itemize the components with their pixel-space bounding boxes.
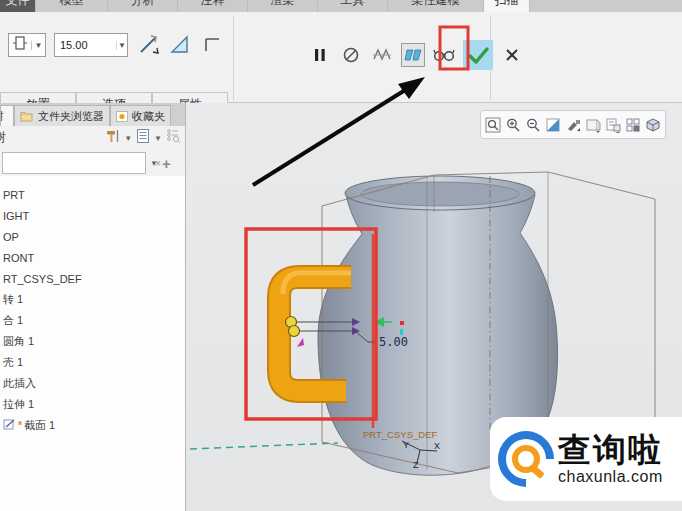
- view-manager-icon[interactable]: [604, 114, 622, 136]
- menu-tab-render[interactable]: 渲染: [248, 0, 318, 12]
- accept-check-button[interactable]: [463, 40, 493, 70]
- dashboard-options-group: ▼ ▼: [8, 33, 224, 57]
- tree-item-round[interactable]: 圆角 1: [0, 331, 185, 352]
- menu-tab-tools[interactable]: 工具: [318, 0, 388, 12]
- navigator-panel: 树 文件夹浏览器 收藏夹 树 ▼ ▼: [0, 103, 186, 511]
- chevron-down-icon[interactable]: ▼: [124, 134, 132, 143]
- tree-item-section[interactable]: * 截面 1: [0, 415, 185, 436]
- menu-tab-analysis[interactable]: 分析: [108, 0, 178, 12]
- tree-item-part[interactable]: PRT: [0, 184, 185, 205]
- filter-hammer-icon[interactable]: [105, 128, 121, 148]
- thickness-value-combo[interactable]: ▼: [54, 33, 128, 57]
- zoom-out-icon[interactable]: [524, 114, 542, 136]
- menu-tab-file[interactable]: 文件: [0, 0, 36, 12]
- star-icon: [116, 111, 128, 122]
- navigator-tabs: 树 文件夹浏览器 收藏夹: [0, 103, 185, 126]
- tab-model-tree[interactable]: 树: [0, 105, 14, 126]
- attached-preview-icon[interactable]: [401, 43, 425, 67]
- spin-center-icon[interactable]: [644, 114, 662, 136]
- dashboard-preview-group: [308, 40, 524, 70]
- graphics-toolbar: [480, 110, 666, 139]
- tree-item-blend[interactable]: 合 1: [0, 310, 185, 331]
- section-placement-button[interactable]: ▼: [8, 33, 46, 57]
- flip-direction-icon[interactable]: [136, 33, 160, 57]
- tree-item-top-plane[interactable]: OP: [0, 226, 185, 247]
- tree-item-csys[interactable]: RT_CSYS_DEF: [0, 268, 185, 289]
- folder-icon: [20, 111, 34, 122]
- pause-icon[interactable]: [308, 43, 332, 67]
- section-placement-icon: [9, 35, 31, 55]
- tree-search-box[interactable]: ×: [2, 152, 146, 174]
- no-preview-icon[interactable]: [339, 43, 363, 67]
- tree-item-front-plane[interactable]: RONT: [0, 247, 185, 268]
- tree-item-right-plane[interactable]: IGHT: [0, 205, 185, 226]
- menubar: 文件 模型 分析 注释 渲染 工具 柔性建模 扫描: [0, 0, 682, 12]
- chaxunla-logo-icon: [498, 431, 554, 487]
- display-style-icon[interactable]: [564, 114, 582, 136]
- tree-search-row: × ▼ +: [0, 150, 185, 176]
- sweep-section-icon[interactable]: [168, 33, 192, 57]
- trajectory-corner-icon[interactable]: [200, 33, 224, 57]
- thickness-value-input[interactable]: [55, 35, 116, 55]
- annotation-display-icon[interactable]: [624, 114, 642, 136]
- creo-window: 文件 模型 分析 注释 渲染 工具 柔性建模 扫描 ▼ ▼: [0, 0, 682, 511]
- menu-tab-model[interactable]: 模型: [36, 0, 108, 12]
- add-search-icon[interactable]: +: [162, 155, 171, 172]
- ribbon-divider: [233, 16, 234, 100]
- tab-folder-browser[interactable]: 文件夹浏览器: [14, 105, 110, 126]
- chevron-down-icon[interactable]: ▼: [116, 41, 127, 50]
- refit-icon[interactable]: [484, 114, 502, 136]
- tree-item-extrude[interactable]: 拉伸 1: [0, 394, 185, 415]
- repaint-icon[interactable]: [544, 114, 562, 136]
- zoom-in-icon[interactable]: [504, 114, 522, 136]
- cancel-x-button[interactable]: [500, 43, 524, 67]
- sketch-icon: [3, 418, 16, 433]
- tree-item-insert-here[interactable]: 此插入: [0, 373, 185, 394]
- model-tree: PRT IGHT OP RONT RT_CSYS_DEF 转 1 合 1 圆角 …: [0, 176, 185, 511]
- tree-search-input[interactable]: [3, 154, 151, 172]
- regen-badge: *: [18, 420, 22, 431]
- chevron-down-icon[interactable]: ▼: [31, 41, 45, 50]
- watermark-domain: chaxunla.com: [558, 469, 663, 485]
- clipped-tree-label: 树: [0, 129, 6, 146]
- unattached-preview-icon[interactable]: [370, 43, 394, 67]
- tree-columns-icon[interactable]: [135, 128, 151, 148]
- search-settings-icon[interactable]: [165, 128, 181, 148]
- menu-tab-flexible-modeling[interactable]: 柔性建模: [388, 0, 484, 12]
- watermark-title: 查询啦: [558, 433, 663, 466]
- feature-dashboard: ▼ ▼: [0, 12, 682, 103]
- menu-tab-sweep-active[interactable]: 扫描: [484, 0, 530, 12]
- saved-orientations-icon[interactable]: [584, 114, 602, 136]
- chevron-down-icon[interactable]: ▼: [150, 159, 158, 168]
- menu-tab-annotate[interactable]: 注释: [178, 0, 248, 12]
- verify-glasses-icon[interactable]: [432, 43, 456, 67]
- watermark: 查询啦 chaxunla.com: [490, 417, 682, 501]
- tree-toolbar: 树 ▼ ▼: [0, 126, 185, 150]
- tree-item-revolve[interactable]: 转 1: [0, 289, 185, 310]
- chevron-down-icon[interactable]: ▼: [154, 134, 162, 143]
- tab-favorites[interactable]: 收藏夹: [110, 105, 171, 126]
- tree-item-shell[interactable]: 壳 1: [0, 352, 185, 373]
